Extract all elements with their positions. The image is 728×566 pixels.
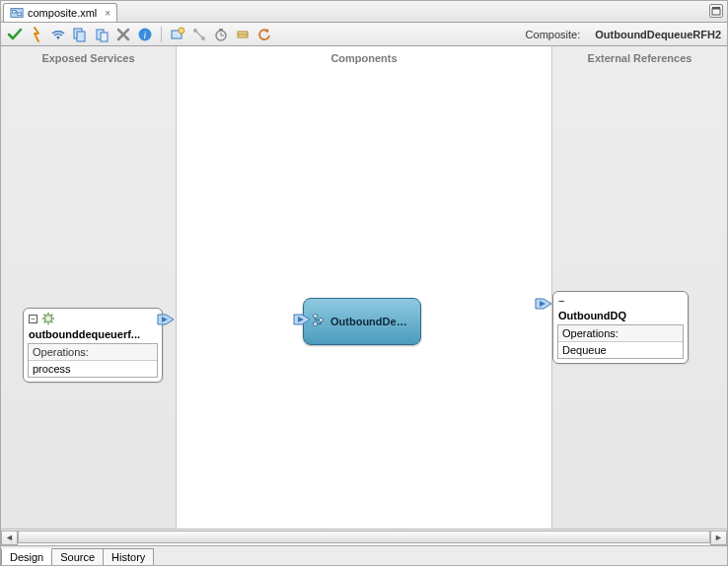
- service-name: outbounddequeuerf...: [24, 328, 162, 343]
- editor-root: composite.xml × i Composite: OutboundDeq…: [0, 0, 728, 566]
- tab-history[interactable]: History: [104, 548, 154, 565]
- file-tab-composite[interactable]: composite.xml ×: [3, 3, 117, 22]
- service-interface-port[interactable]: [157, 311, 175, 328]
- reference-input-port[interactable]: [535, 295, 552, 313]
- scroll-left-arrow-icon[interactable]: ◄: [1, 531, 18, 545]
- external-reference-node[interactable]: − OutboundDQ Operations: Dequeue: [552, 291, 689, 364]
- svg-text:i: i: [144, 30, 147, 40]
- svg-rect-2: [18, 13, 22, 16]
- svg-rect-18: [219, 29, 223, 31]
- svg-rect-8: [77, 32, 85, 41]
- delete-icon[interactable]: [115, 27, 131, 42]
- close-tab-icon[interactable]: ×: [105, 8, 110, 19]
- collapse-toggle-icon[interactable]: −: [29, 315, 37, 323]
- composite-label: Composite:: [526, 29, 581, 40]
- toolbar-separator: [161, 27, 162, 42]
- component-input-port[interactable]: [293, 311, 311, 328]
- svg-rect-10: [101, 33, 108, 41]
- file-tab-bar: composite.xml ×: [1, 1, 727, 23]
- tab-design[interactable]: Design: [1, 548, 52, 565]
- scroll-thumb[interactable]: [18, 531, 710, 543]
- svg-line-27: [51, 321, 52, 322]
- timer-icon[interactable]: [213, 27, 229, 42]
- reference-name: OutboundDQ: [553, 310, 688, 324]
- service-operation-row[interactable]: process: [29, 361, 157, 377]
- composite-name: OutboundDequeueRFH2: [595, 29, 721, 40]
- svg-rect-31: [319, 318, 323, 321]
- lane-title-components: Components: [177, 46, 551, 70]
- svg-rect-1: [13, 10, 17, 13]
- svg-line-26: [44, 315, 45, 316]
- mediator-icon[interactable]: [235, 27, 251, 42]
- bpel-process-icon: [312, 314, 325, 329]
- scroll-right-arrow-icon[interactable]: ►: [710, 531, 727, 545]
- svg-point-21: [47, 318, 50, 320]
- design-canvas[interactable]: Exposed Services − outbounddequeuerf... …: [1, 46, 727, 545]
- svg-rect-32: [314, 322, 318, 325]
- paste-icon[interactable]: [94, 27, 109, 42]
- copy-icon[interactable]: [72, 27, 88, 42]
- scroll-track[interactable]: [18, 531, 710, 545]
- svg-rect-30: [314, 315, 318, 318]
- bpel-component-node[interactable]: OutboundDequeu...: [303, 298, 421, 345]
- wire-icon[interactable]: [191, 27, 207, 42]
- reference-operations-table: Operations: Dequeue: [557, 324, 684, 359]
- svg-point-14: [179, 28, 184, 34]
- svg-line-28: [44, 321, 45, 322]
- composite-file-icon: [10, 6, 24, 20]
- gear-icon: [41, 312, 55, 325]
- lane-exposed-services: Exposed Services − outbounddequeuerf... …: [1, 46, 177, 545]
- reference-operations-header: Operations:: [558, 325, 683, 342]
- tab-source[interactable]: Source: [52, 548, 104, 565]
- lane-title-services: Exposed Services: [1, 46, 176, 70]
- service-operations-table: Operations: process: [28, 343, 158, 378]
- svg-rect-4: [712, 9, 720, 15]
- sensor-icon[interactable]: [50, 27, 66, 42]
- reference-operation-row[interactable]: Dequeue: [558, 342, 683, 358]
- component-name: OutboundDequeu...: [330, 316, 412, 327]
- svg-rect-5: [712, 7, 720, 9]
- lane-components: Components OutboundDequeu...: [177, 46, 551, 545]
- validate-icon[interactable]: [7, 27, 23, 42]
- refresh-icon[interactable]: [256, 27, 272, 42]
- file-tab-label: composite.xml: [28, 7, 97, 19]
- svg-point-6: [57, 35, 60, 38]
- service-operations-header: Operations:: [29, 344, 157, 361]
- exposed-service-node[interactable]: − outbounddequeuerf... Operations: proce…: [23, 308, 163, 383]
- collapse-toggle-icon[interactable]: −: [558, 295, 564, 307]
- new-component-icon[interactable]: [170, 27, 185, 42]
- lane-external-references: External References − OutboundDQ Operati…: [551, 46, 727, 545]
- horizontal-scrollbar[interactable]: ◄ ►: [1, 529, 727, 545]
- restore-editor-button[interactable]: [709, 4, 723, 18]
- toolbar: i Composite: OutboundDequeueRFH2: [1, 23, 727, 46]
- editor-bottom-tabs: Design Source History: [1, 545, 727, 565]
- info-icon[interactable]: i: [137, 27, 153, 42]
- test-icon[interactable]: [29, 27, 44, 42]
- lane-title-references: External References: [552, 46, 727, 70]
- svg-line-29: [51, 315, 52, 316]
